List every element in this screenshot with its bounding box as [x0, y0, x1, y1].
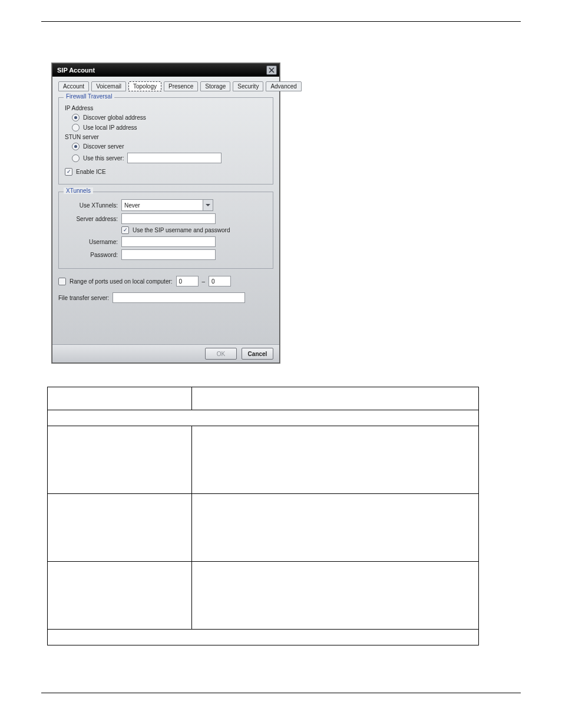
- group-firewall-legend: Firewall Traversal: [64, 93, 114, 100]
- tab-security[interactable]: Security: [233, 81, 263, 91]
- dialog-body: Account Voicemail Topology Presence Stor…: [52, 77, 279, 344]
- radio-use-local-ip[interactable]: [72, 124, 80, 131]
- port-dash: –: [202, 278, 206, 285]
- close-icon: [269, 67, 275, 73]
- check-use-sip-creds-label: Use the SIP username and password: [133, 227, 230, 233]
- check-use-sip-creds[interactable]: [121, 226, 129, 234]
- check-enable-ice-label: Enable ICE: [76, 169, 106, 175]
- stun-server-label: STUN server: [65, 134, 267, 140]
- fts-input[interactable]: [113, 292, 245, 303]
- tab-advanced[interactable]: Advanced: [266, 81, 301, 91]
- dialog-footer: OK Cancel: [52, 344, 279, 363]
- xt-server-input[interactable]: [121, 213, 216, 224]
- ok-button[interactable]: OK: [205, 348, 237, 360]
- radio-stun-discover[interactable]: [72, 143, 80, 150]
- radio-stun-use-server-label: Use this server:: [83, 155, 124, 162]
- tab-bar: Account Voicemail Topology Presence Stor…: [58, 81, 273, 91]
- radio-discover-global[interactable]: [72, 114, 80, 121]
- dialog-titlebar: SIP Account: [52, 64, 279, 77]
- fts-label: File transfer server:: [58, 295, 109, 301]
- stun-server-input[interactable]: [127, 153, 222, 163]
- tab-presence[interactable]: Presence: [164, 81, 198, 91]
- table-row: [48, 387, 479, 410]
- xt-password-label: Password:: [65, 252, 118, 258]
- table-row: [48, 630, 479, 645]
- page-rule-top: [41, 21, 521, 22]
- port-from-input[interactable]: [176, 276, 199, 286]
- cancel-button-label: Cancel: [248, 351, 267, 357]
- port-range-label: Range of ports used on local computer:: [70, 278, 173, 285]
- xt-username-input[interactable]: [121, 236, 216, 247]
- tab-storage[interactable]: Storage: [200, 81, 230, 91]
- close-button[interactable]: [266, 65, 277, 75]
- radio-discover-global-label: Discover global address: [83, 114, 146, 121]
- use-xtunnels-select[interactable]: Never: [121, 199, 213, 211]
- use-xtunnels-label: Use XTunnels:: [65, 202, 118, 209]
- use-xtunnels-value: Never: [124, 202, 140, 209]
- table-row: [48, 494, 479, 562]
- group-firewall-traversal: Firewall Traversal IP Address Discover g…: [58, 97, 273, 185]
- port-to-input[interactable]: [209, 276, 231, 286]
- sip-account-dialog: SIP Account Account Voicemail Topology P…: [52, 63, 280, 363]
- xt-password-input[interactable]: [121, 249, 216, 260]
- table-row: [48, 562, 479, 630]
- group-xtunnels-legend: XTunnels: [64, 187, 93, 194]
- ok-button-label: OK: [217, 351, 225, 357]
- tab-account[interactable]: Account: [58, 81, 89, 91]
- xt-username-label: Username:: [65, 239, 118, 245]
- radio-use-local-ip-label: Use local IP address: [83, 124, 137, 131]
- ip-address-label: IP Address: [65, 105, 267, 111]
- dialog-title: SIP Account: [57, 67, 95, 74]
- ports-row: Range of ports used on local computer: –: [58, 276, 273, 286]
- tab-topology[interactable]: Topology: [128, 81, 161, 91]
- fts-row: File transfer server:: [58, 292, 273, 303]
- page-rule-bottom: [41, 693, 521, 693]
- table-row: [48, 410, 479, 426]
- table-row: [48, 426, 479, 494]
- radio-stun-discover-label: Discover server: [83, 143, 124, 150]
- xt-server-label: Server address:: [65, 216, 118, 222]
- description-table: [47, 387, 479, 645]
- radio-stun-use-server[interactable]: [72, 154, 80, 162]
- cancel-button[interactable]: Cancel: [242, 348, 273, 360]
- chevron-down-icon: [203, 200, 213, 210]
- group-xtunnels: XTunnels Use XTunnels: Never Server addr…: [58, 192, 273, 269]
- tab-voicemail[interactable]: Voicemail: [91, 81, 126, 91]
- check-enable-ice[interactable]: [65, 168, 72, 176]
- check-port-range[interactable]: [58, 278, 66, 285]
